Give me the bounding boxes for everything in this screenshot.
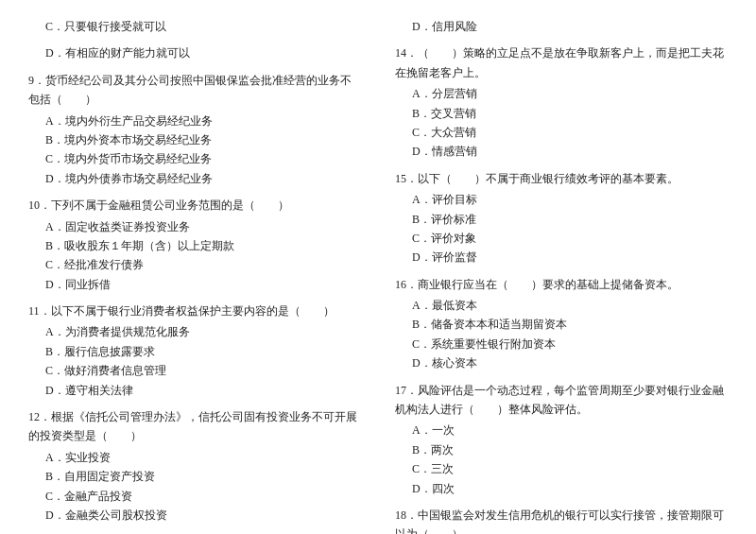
c-prev-title: C．只要银行接受就可以 [28,17,361,36]
question-9: 9．货币经纪公司及其分公司按照中国银保监会批准经营的业务不包括（ ） A．境内外… [28,71,361,188]
q16-option-d: D．核心资本 [395,353,728,372]
q11-option-c: C．做好消费者信息管理 [28,361,361,380]
q11-option-d: D．遵守相关法律 [28,381,361,400]
q10-option-c: C．经批准发行债券 [28,255,361,274]
q9-option-a: A．境内外衍生产品交易经纪业务 [28,112,361,130]
q16-option-b: B．储备资本本和适当期留资本 [395,315,728,334]
q12-option-c: C．金融产品投资 [28,487,361,506]
q17-title: 17．风险评估是一个动态过程，每个监管周期至少要对银行业金融机构法人进行（ ）整… [395,381,728,420]
q10-option-d: D．同业拆借 [28,275,361,294]
q17-option-b: B．两次 [395,440,728,459]
q15-option-a: A．评价目标 [395,190,728,209]
q14-title: 14．（ ）策略的立足点不是放在争取新客户上，而是把工夫花在挽留老客户上。 [395,43,728,82]
q10-option-a: A．固定收益类证券投资业务 [28,217,361,236]
item-d-prev: D．有相应的财产能力就可以 [28,43,361,62]
question-17: 17．风险评估是一个动态过程，每个监管周期至少要对银行业金融机构法人进行（ ）整… [395,381,728,498]
q17-option-c: C．三次 [395,459,728,478]
q15-option-c: C．评价对象 [395,229,728,248]
q12-option-d: D．金融类公司股权投资 [28,506,361,525]
q16-option-a: A．最低资本 [395,296,728,315]
q14-option-b: B．交叉营销 [395,104,728,123]
q12-option-a: A．实业投资 [28,448,361,467]
q17-option-a: A．一次 [395,421,728,439]
d-prev2-title: D．信用风险 [395,17,728,36]
q15-option-d: D．评价监督 [395,248,728,267]
q12-option-b: B．自用固定资产投资 [28,467,361,486]
question-14: 14．（ ）策略的立足点不是放在争取新客户上，而是把工夫花在挽留老客户上。 A．… [395,43,728,161]
item-c-prev: C．只要银行接受就可以 [28,17,361,36]
d-prev-title: D．有相应的财产能力就可以 [28,43,361,62]
q14-option-c: C．大众营销 [395,123,728,142]
item-d-prev2: D．信用风险 [395,17,728,36]
q15-option-b: B．评价标准 [395,210,728,229]
q10-title: 10．下列不属于金融租赁公司业务范围的是（ ） [28,196,361,215]
q9-title: 9．货币经纪公司及其分公司按照中国银保监会批准经营的业务不包括（ ） [28,71,361,110]
left-column: C．只要银行接受就可以 D．有相应的财产能力就可以 9．货币经纪公司及其分公司按… [28,17,378,534]
question-12: 12．根据《信托公司管理办法》，信托公司固有投资业务不可开展的投资类型是（ ） … [28,407,361,525]
q15-title: 15．以下（ ）不属于商业银行绩效考评的基本要素。 [395,169,728,188]
q17-option-d: D．四次 [395,479,728,498]
q10-option-b: B．吸收股东１年期（含）以上定期款 [28,236,361,255]
q16-title: 16．商业银行应当在（ ）要求的基础上提储备资本。 [395,275,728,294]
q16-option-c: C．系统重要性银行附加资本 [395,335,728,353]
question-16: 16．商业银行应当在（ ）要求的基础上提储备资本。 A．最低资本 B．储备资本本… [395,275,728,373]
page-content: C．只要银行接受就可以 D．有相应的财产能力就可以 9．货币经纪公司及其分公司按… [28,17,728,534]
q11-title: 11．以下不属于银行业消费者权益保护主要内容的是（ ） [28,301,361,320]
right-column: D．信用风险 14．（ ）策略的立足点不是放在争取新客户上，而是把工夫花在挽留老… [378,17,728,534]
q14-option-d: D．情感营销 [395,142,728,161]
q12-title: 12．根据《信托公司管理办法》，信托公司固有投资业务不可开展的投资类型是（ ） [28,407,361,446]
q18-title: 18．中国银监会对发生信用危机的银行可以实行接管，接管期限可以为（ ） [395,506,728,534]
q9-option-b: B．境内外资本市场交易经纪业务 [28,130,361,149]
question-10: 10．下列不属于金融租赁公司业务范围的是（ ） A．固定收益类证券投资业务 B．… [28,196,361,294]
q9-option-c: C．境内外货币市场交易经纪业务 [28,149,361,168]
question-15: 15．以下（ ）不属于商业银行绩效考评的基本要素。 A．评价目标 B．评价标准 … [395,169,728,267]
q11-option-b: B．履行信息披露要求 [28,342,361,361]
question-18: 18．中国银监会对发生信用危机的银行可以实行接管，接管期限可以为（ ） A．1年… [395,506,728,534]
question-11: 11．以下不属于银行业消费者权益保护主要内容的是（ ） A．为消费者提供规范化服… [28,301,361,400]
q11-option-a: A．为消费者提供规范化服务 [28,322,361,341]
q9-option-d: D．境内外债券市场交易经纪业务 [28,169,361,188]
q14-option-a: A．分层营销 [395,84,728,103]
